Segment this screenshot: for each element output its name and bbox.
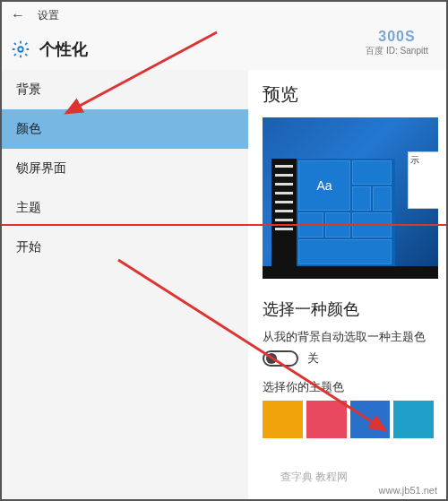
sidebar-item-label: 主题 xyxy=(16,200,41,216)
sidebar-item-label: 颜色 xyxy=(16,121,41,137)
color-swatches xyxy=(263,401,434,438)
sidebar-item-label: 开始 xyxy=(16,239,41,255)
sidebar-item-themes[interactable]: 主题 xyxy=(2,188,248,228)
auto-pick-label: 从我的背景自动选取一种主题色 xyxy=(263,329,434,345)
sidebar-item-start[interactable]: 开始 xyxy=(2,228,248,267)
back-button[interactable]: ← xyxy=(7,7,29,23)
page-header: 个性化 xyxy=(2,29,446,70)
gear-icon xyxy=(11,39,30,59)
auto-pick-toggle[interactable] xyxy=(263,350,298,367)
desktop-preview: Aa 示 xyxy=(263,117,438,279)
preview-start-tiles: Aa xyxy=(297,159,395,266)
settings-window: ← 设置 个性化 背景 颜色 锁屏界面 主题 开始 预览 Aa xyxy=(0,0,448,501)
svg-point-0 xyxy=(18,47,23,52)
color-swatch-red[interactable] xyxy=(306,401,347,438)
preview-start-list xyxy=(271,159,297,266)
preview-heading: 预览 xyxy=(263,82,434,107)
preview-taskbar xyxy=(263,266,438,279)
sidebar: 背景 颜色 锁屏界面 主题 开始 xyxy=(2,70,248,499)
preview-tile-sample: Aa xyxy=(298,160,350,211)
choose-theme-label: 选择你的主题色 xyxy=(263,379,434,395)
sidebar-item-colors[interactable]: 颜色 xyxy=(2,109,248,149)
color-swatch-blue[interactable] xyxy=(350,401,391,438)
toggle-state-label: 关 xyxy=(307,350,319,367)
content-pane: 预览 Aa 示 选择一种颜色 从我的背景自动选取一种主题色 xyxy=(248,70,446,499)
color-swatch-orange[interactable] xyxy=(263,401,303,438)
preview-start-menu: Aa xyxy=(271,159,395,266)
page-title: 个性化 xyxy=(39,39,88,60)
choose-color-heading: 选择一种颜色 xyxy=(263,298,434,320)
sidebar-item-label: 背景 xyxy=(16,82,41,98)
titlebar: ← 设置 xyxy=(2,2,446,29)
color-swatch-cyan[interactable] xyxy=(393,401,434,438)
preview-window: 示 xyxy=(408,151,438,209)
titlebar-label: 设置 xyxy=(38,8,59,23)
sidebar-item-lockscreen[interactable]: 锁屏界面 xyxy=(2,149,248,188)
sidebar-item-label: 锁屏界面 xyxy=(16,160,66,177)
sidebar-item-background[interactable]: 背景 xyxy=(2,70,248,109)
